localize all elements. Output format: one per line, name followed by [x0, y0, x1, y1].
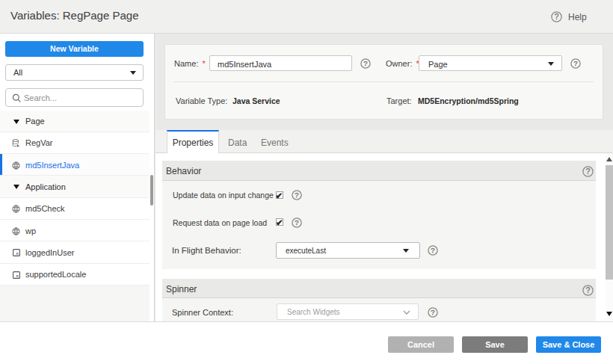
svg-text:?: ? [586, 286, 591, 294]
svg-text:?: ? [295, 191, 298, 199]
svg-text:?: ? [431, 246, 434, 254]
svg-text:?: ? [295, 218, 298, 226]
svg-text:?: ? [573, 59, 577, 67]
svg-text:?: ? [555, 13, 559, 21]
svg-text:?: ? [586, 167, 591, 176]
svg-text:?: ? [363, 59, 367, 67]
svg-text:?: ? [431, 308, 434, 316]
